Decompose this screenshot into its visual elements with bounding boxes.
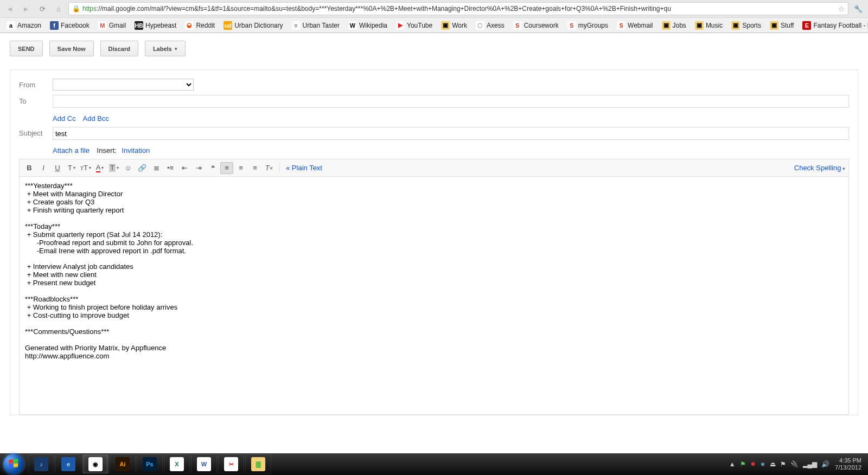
labels-button[interactable]: Labels	[145, 41, 186, 56]
taskbar-excel[interactable]: X	[164, 454, 190, 474]
from-label: From	[19, 79, 53, 89]
emoji-button[interactable]: ☺	[122, 162, 135, 174]
underline-button[interactable]: U	[51, 162, 64, 174]
bullet-list-button[interactable]: •≡	[164, 162, 177, 174]
tray-bluetooth-icon[interactable]: ∗	[760, 460, 765, 468]
bookmark-amazon[interactable]: aAmazon	[3, 20, 44, 31]
bookmark-gmail[interactable]: MGmail	[95, 20, 129, 31]
tray-wifi-icon[interactable]: ▂▄▆	[803, 460, 818, 468]
bookmarks-bar: aAmazonfFacebookMGmailHBHypebeast◒Reddit…	[0, 17, 868, 33]
tray-lang-icon[interactable]: ⚑	[780, 460, 786, 468]
bookmark-coursework[interactable]: SCoursework	[510, 20, 562, 31]
clear-format-button[interactable]: T×	[263, 162, 276, 174]
bold-button[interactable]: B	[23, 162, 36, 174]
bookmark-hypebeast[interactable]: HBHypebeast	[131, 20, 180, 31]
quote-button[interactable]: ❝	[206, 162, 219, 174]
snip-icon: ✂	[224, 457, 238, 471]
font-family-button[interactable]: T	[65, 162, 78, 174]
font-size-button[interactable]: тT	[79, 162, 92, 174]
bookmark-wikipedia[interactable]: WWikipedia	[345, 20, 391, 31]
italic-button[interactable]: I	[37, 162, 50, 174]
bookmark-work[interactable]: ▣Work	[438, 20, 470, 31]
plain-text-link[interactable]: « Plain Text	[286, 164, 322, 172]
save-now-button[interactable]: Save Now	[49, 41, 94, 56]
tray-volume-icon[interactable]: 🔊	[821, 460, 829, 468]
taskbar-photoshop[interactable]: Ps	[137, 454, 163, 474]
tray-flag-icon[interactable]: ⚑	[740, 460, 746, 468]
taskbar-snip[interactable]: ✂	[218, 454, 244, 474]
link-button[interactable]: 🔗	[136, 162, 149, 174]
numbered-list-button[interactable]: ≣	[150, 162, 163, 174]
tray-power-icon[interactable]: 🔌	[790, 460, 799, 468]
indent-button[interactable]: ⇥	[192, 162, 205, 174]
reload-button[interactable]: ⟳	[36, 2, 49, 15]
taskbar-illustrator[interactable]: Ai	[110, 454, 136, 474]
taskbar-chrome[interactable]: ◉	[82, 454, 108, 474]
svg-rect-2	[9, 464, 13, 468]
browser-chrome: ◄ ► ⟳ ⌂ 🔒 https://mail.google.com/mail/?…	[0, 0, 868, 33]
font-color-button[interactable]: A	[93, 162, 106, 174]
add-bcc-link[interactable]: Add Bcc	[83, 114, 109, 123]
body-editor[interactable]: ***Yesterday*** + Meet with Managing Dir…	[19, 176, 849, 415]
highlight-button[interactable]: T	[107, 162, 120, 174]
forward-button[interactable]: ►	[20, 2, 33, 15]
bookmark-urban-taster[interactable]: ≡Urban Taster	[289, 20, 343, 31]
bookmark-sports[interactable]: ▣Sports	[728, 20, 764, 31]
url-bar[interactable]: 🔒 https://mail.google.com/mail/?view=cm&…	[68, 2, 848, 15]
bookmark-webmail[interactable]: SWebmail	[614, 20, 656, 31]
clock[interactable]: 4:35 PM 7/13/2012	[835, 457, 861, 471]
bookmark-youtube[interactable]: ▶YouTube	[393, 20, 436, 31]
windows-taskbar: ♪e◉AiPsXW✂▇ ▲ ⚑ ✸ ∗ ⏏ ⚑ 🔌 ▂▄▆ 🔊 4:35 PM …	[0, 453, 868, 475]
start-button[interactable]	[3, 454, 24, 474]
taskbar-ie[interactable]: e	[55, 454, 81, 474]
taskbar-word[interactable]: W	[191, 454, 217, 474]
bookmark-icon: ◒	[185, 21, 194, 30]
to-input[interactable]	[53, 95, 849, 108]
align-center-button[interactable]: ≡	[234, 162, 247, 174]
align-right-button[interactable]: ≡	[248, 162, 261, 174]
tray-sync-icon[interactable]: ✸	[750, 460, 756, 468]
bookmark-icon: S	[567, 21, 576, 30]
bookmark-icon: ◌	[476, 21, 484, 30]
check-spelling-link[interactable]: Check Spelling	[794, 164, 845, 172]
bookmark-axess[interactable]: ◌Axess	[473, 20, 508, 31]
tray-safe-remove-icon[interactable]: ⏏	[770, 460, 776, 468]
tray-up-icon[interactable]: ▲	[729, 460, 736, 468]
back-button[interactable]: ◄	[3, 2, 16, 15]
bookmark-label: Stuff	[781, 22, 794, 29]
discard-button[interactable]: Discard	[100, 41, 138, 56]
bookmark-label: Sports	[742, 22, 761, 29]
bookmark-jobs[interactable]: ▣Jobs	[659, 20, 690, 31]
home-button[interactable]: ⌂	[52, 2, 65, 15]
url-text: https://mail.google.com/mail/?view=cm&fs…	[82, 5, 835, 12]
word-icon: W	[197, 457, 211, 471]
bookmark-fantasy-football-e-[interactable]: EFantasy Football - E...	[799, 20, 868, 31]
star-icon[interactable]: ☆	[838, 5, 845, 13]
invitation-link[interactable]: Invitation	[122, 146, 150, 155]
bookmark-icon: ud	[224, 21, 232, 30]
align-left-button[interactable]: ≡	[220, 162, 233, 174]
bookmark-label: Wikipedia	[359, 22, 387, 29]
wrench-icon[interactable]: 🔧	[852, 2, 865, 15]
add-cc-link[interactable]: Add Cc	[53, 114, 76, 123]
ie-icon: e	[61, 457, 75, 471]
attach-link[interactable]: Attach a file	[53, 146, 90, 155]
bookmark-label: myGroups	[578, 22, 608, 29]
compose-card: From To Add Cc Add Bcc Subject Attach a …	[10, 69, 858, 415]
svg-rect-0	[9, 459, 13, 464]
bookmark-icon: ▣	[441, 21, 450, 30]
bookmark-reddit[interactable]: ◒Reddit	[182, 20, 218, 31]
taskbar-itunes[interactable]: ♪	[28, 454, 54, 474]
from-select[interactable]	[53, 79, 194, 91]
bookmark-stuff[interactable]: ▣Stuff	[767, 20, 797, 31]
bookmark-mygroups[interactable]: SmyGroups	[564, 20, 611, 31]
bookmark-facebook[interactable]: fFacebook	[47, 20, 93, 31]
compose-wrap: SEND Save Now Discard Labels From To Add…	[0, 33, 868, 423]
subject-input[interactable]	[53, 127, 849, 140]
send-button[interactable]: SEND	[10, 41, 43, 56]
bookmark-urban-dictionary[interactable]: udUrban Dictionary	[220, 20, 286, 31]
bookmark-label: Jobs	[673, 22, 686, 29]
taskbar-explorer[interactable]: ▇	[245, 454, 271, 474]
outdent-button[interactable]: ⇤	[178, 162, 191, 174]
bookmark-music[interactable]: ▣Music	[692, 20, 726, 31]
